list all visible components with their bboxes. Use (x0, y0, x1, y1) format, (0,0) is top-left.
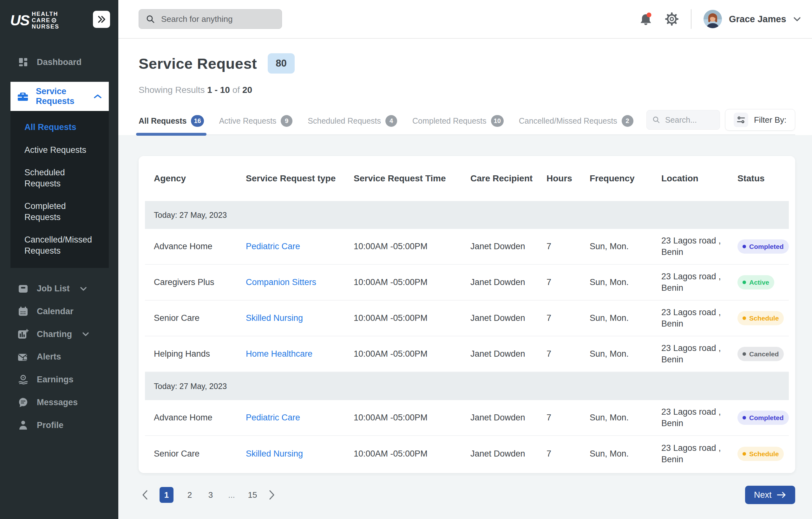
column-header-type: Service Request type (246, 174, 354, 184)
profile-icon (18, 420, 29, 430)
double-chevron-right-icon (97, 15, 106, 24)
tab-count-badge: 16 (191, 115, 204, 127)
sidebar-collapse-button[interactable] (93, 11, 110, 28)
tab-count-badge: 10 (491, 115, 504, 127)
cell-recipient: Janet Dowden (470, 348, 547, 360)
cell-hours: 7 (547, 313, 590, 324)
sidebar-header: US HEALTH CARE NURSES (0, 0, 118, 30)
sidebar-item-label: Charting (37, 329, 72, 339)
submenu-item-cancelled-missed-requests[interactable]: Cancelled/Missed Requests (24, 234, 101, 256)
search-icon (652, 116, 660, 124)
user-menu[interactable]: Grace James (703, 10, 801, 28)
submenu-item-all-requests[interactable]: All Requests (24, 122, 101, 133)
submenu-item-active-requests[interactable]: Active Requests (24, 145, 101, 156)
page-button-3[interactable]: 3 (206, 490, 215, 500)
table-row: Advance Home Pediatric Care 10:00AM -05:… (145, 400, 789, 436)
tab-all-requests[interactable]: All Requests 16 (139, 115, 204, 134)
results-range: 1 - 10 (207, 85, 230, 95)
pagination-row: 1 2 3 ... 15 Next (139, 486, 795, 514)
tab-cancelled-missed-requests[interactable]: Cancelled/Missed Requests 2 (519, 115, 633, 134)
table-row: Helping Hands Home Healthcare 10:00AM -0… (145, 336, 789, 372)
submenu-item-completed-requests[interactable]: Completed Requests (24, 201, 101, 223)
cell-hours: 7 (547, 277, 590, 288)
sidebar-item-dashboard[interactable]: Dashboard (0, 51, 118, 73)
cell-frequency: Sun, Mon. (590, 241, 661, 252)
stethoscope-head-icon (51, 18, 56, 23)
topbar-right: Grace James (639, 9, 801, 29)
tab-count-badge: 4 (385, 115, 397, 127)
cell-agency: Caregivers Plus (145, 277, 246, 288)
chevron-down-icon (80, 286, 87, 291)
sidebar-item-service-requests[interactable]: Service Requests (10, 82, 109, 111)
global-search[interactable] (139, 9, 282, 29)
logo-line-nurses: NURSES (32, 24, 59, 30)
table-header-row: Agency Service Request type Service Requ… (145, 156, 789, 201)
cell-recipient: Janet Dowden (470, 277, 547, 288)
cell-hours: 7 (547, 348, 590, 360)
logo-line-care: CARE (32, 17, 59, 24)
pagination-next-arrow-button[interactable] (269, 490, 275, 500)
submenu-item-scheduled-requests[interactable]: Scheduled Requests (24, 167, 101, 189)
sidebar-item-label: Job List (37, 284, 70, 294)
table-search-input[interactable] (665, 115, 714, 125)
table-row: Senior Care Skilled Nursing 10:00AM -05:… (145, 301, 789, 336)
sidebar-item-job-list[interactable]: Job List (0, 277, 118, 300)
page-button-15[interactable]: 15 (248, 490, 257, 500)
cell-location: 23 Lagos road ,Benin (661, 406, 737, 429)
next-button[interactable]: Next (745, 486, 795, 504)
service-type-link[interactable]: Companion Sitters (246, 277, 316, 287)
cell-location: 23 Lagos road ,Benin (661, 343, 737, 365)
tab-scheduled-requests[interactable]: Scheduled Requests 4 (308, 115, 397, 134)
user-name: Grace James (729, 14, 786, 24)
table-search[interactable] (646, 110, 720, 130)
cell-hours: 7 (547, 448, 590, 459)
tab-count-badge: 9 (281, 115, 292, 127)
service-type-link[interactable]: Pediatric Care (246, 413, 300, 422)
tab-active-requests[interactable]: Active Requests 9 (219, 115, 293, 134)
column-header-agency: Agency (145, 174, 246, 184)
service-type-link[interactable]: Skilled Nursing (246, 313, 303, 323)
service-type-link[interactable]: Pediatric Care (246, 242, 300, 251)
total-count-badge: 80 (268, 53, 294, 73)
status-badge: Completed (737, 410, 789, 425)
pagination-ellipsis: ... (227, 490, 236, 500)
sidebar-item-calendar[interactable]: Calendar (0, 300, 118, 323)
page-header: Service Request 80 Showing Results 1 - 1… (118, 39, 812, 135)
sidebar-item-label: Earnings (37, 375, 74, 385)
table-row: Advance Home Pediatric Care 10:00AM -05:… (145, 229, 789, 265)
service-requests-submenu: All Requests Active Requests Scheduled R… (10, 111, 109, 268)
table-row: Senior Care Skilled Nursing 10:00AM -05:… (145, 436, 789, 472)
page-button-1[interactable]: 1 (160, 487, 174, 503)
column-header-status: Status (737, 174, 789, 184)
chevron-up-icon (93, 94, 102, 99)
sidebar-item-messages[interactable]: Messages (0, 391, 118, 414)
sidebar-item-charting[interactable]: Charting (0, 323, 118, 345)
cell-time: 10:00AM -05:00PM (354, 313, 470, 324)
cell-time: 10:00AM -05:00PM (354, 412, 470, 423)
page-title: Service Request (139, 55, 257, 72)
cell-frequency: Sun, Mon. (590, 348, 661, 360)
status-badge: Schedule (737, 311, 784, 325)
chevron-right-icon (269, 490, 275, 500)
status-badge: Schedule (737, 447, 784, 461)
service-type-link[interactable]: Home Healthcare (246, 349, 313, 359)
page-button-2[interactable]: 2 (185, 490, 195, 500)
sidebar-item-profile[interactable]: Profile (0, 414, 118, 436)
calendar-icon (18, 306, 29, 316)
arrow-right-icon (777, 491, 786, 498)
sidebar-item-earnings[interactable]: Earnings (0, 368, 118, 391)
filter-sliders-icon (734, 113, 748, 127)
pagination-prev-button[interactable] (142, 490, 148, 500)
cell-frequency: Sun, Mon. (590, 277, 661, 288)
notifications-button[interactable] (639, 12, 653, 26)
settings-button[interactable] (665, 12, 679, 26)
global-search-input[interactable] (161, 14, 275, 24)
filter-by-button[interactable]: Filter By: (725, 109, 795, 131)
avatar (703, 10, 722, 28)
chevron-down-icon (793, 17, 801, 22)
tab-completed-requests[interactable]: Completed Requests 10 (412, 115, 504, 134)
logo-wordmark: HEALTH CARE NURSES (32, 11, 59, 30)
sidebar-item-alerts[interactable]: Alerts (0, 345, 118, 368)
main-area: Grace James Service Request 80 Showing R… (118, 0, 812, 519)
service-type-link[interactable]: Skilled Nursing (246, 449, 303, 458)
